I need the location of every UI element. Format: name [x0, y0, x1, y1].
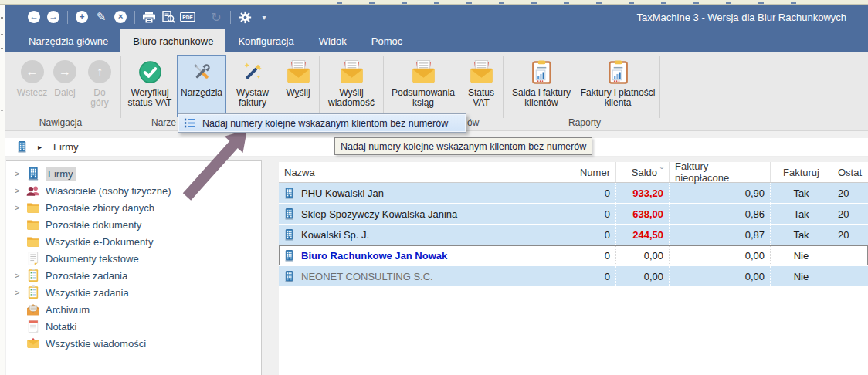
tree-item-dokumenty-tekstowe[interactable]: Dokumenty tekstowe	[6, 250, 261, 267]
faktury-i-platnosci-button[interactable]: Faktury i płatności klienta	[578, 55, 658, 117]
group-label-nawigacja: Nawigacja	[5, 117, 116, 128]
svg-text:PDF: PDF	[182, 15, 192, 20]
do-gory-button[interactable]: ↑ Do góry	[80, 55, 119, 117]
forward-button[interactable]: →	[46, 9, 61, 25]
client-unpaid: 0,00	[670, 245, 771, 265]
client-name: PHU Kowalski Jan	[301, 188, 384, 199]
edit-button[interactable]: ✎	[93, 9, 109, 25]
tab-pomoc[interactable]: Pomoc	[359, 29, 415, 52]
client-last: 20	[832, 183, 868, 203]
settings-button[interactable]	[237, 9, 253, 25]
annotation-arrow	[179, 125, 256, 202]
wstecz-button[interactable]: ← Wstecz	[15, 55, 49, 117]
background-window-edge	[0, 5, 5, 375]
tree-item-label: Wszystkie wiadomości	[46, 338, 146, 350]
more-commands-button[interactable]: ▾	[256, 9, 272, 25]
clipboard-chart-icon	[606, 60, 630, 84]
expander-icon[interactable]: >	[15, 288, 26, 297]
client-unpaid: 0,87	[670, 225, 771, 245]
building-icon	[283, 271, 295, 282]
notes-icon	[26, 319, 40, 333]
wystaw-faktury-button[interactable]: Wystaw faktury	[226, 55, 279, 117]
printer-icon	[142, 12, 156, 23]
salda-i-faktury-button[interactable]: Salda i faktury klientów	[505, 55, 578, 117]
tree-item-wszystkie-edokumenty[interactable]: Wszystkie e-Dokumenty	[6, 233, 261, 250]
table-row-selected[interactable]: Biuro Rachunkowe Jan Nowak 0 0,00 0,00 N…	[279, 245, 868, 265]
client-last: 20	[832, 204, 868, 224]
expander-icon[interactable]: >	[15, 186, 26, 195]
client-last: 20	[832, 225, 868, 245]
table-row[interactable]: NEONET CONSULTING S.C. 0 0,00 0,00 Nie	[279, 266, 868, 286]
panel-splitter[interactable]	[262, 162, 279, 375]
building-icon	[283, 250, 295, 262]
building-icon	[26, 167, 40, 181]
tree-item-wszystkie-zadania[interactable]: > Wszystkie zadania	[6, 284, 261, 301]
client-unpaid: 0,90	[670, 183, 771, 203]
tasks-clipboard-icon	[26, 285, 40, 299]
building-icon	[283, 208, 295, 220]
building-icon	[283, 229, 295, 241]
refresh-button[interactable]: ↻	[209, 9, 224, 25]
tooltip: Nadaj numery kolejne wskazanym klientom …	[334, 137, 592, 155]
podsumowania-ksiag-button[interactable]: Podsumowania ksiąg	[385, 55, 461, 117]
narzedzia-menu-button[interactable]: Narzędzia ˇ	[177, 55, 226, 117]
refresh-icon: ↻	[211, 10, 221, 25]
tree-item-pozostale-zadania[interactable]: > Pozostałe zadania	[6, 267, 261, 284]
page-magnifier-icon	[161, 11, 175, 23]
people-icon	[26, 184, 40, 198]
chevron-down-icon: ▾	[262, 13, 266, 22]
column-header-ostatnia[interactable]: Ostat	[832, 162, 868, 182]
title-bar: ← → + ✎ × PDF	[5, 5, 868, 29]
column-header-saldo[interactable]: Saldoˇ	[616, 162, 670, 182]
menu-item-nadaj-numery[interactable]: Nadaj numery kolejne wskazanym klientom …	[179, 115, 465, 131]
client-name: Sklep Spożywczy Kowalska Janina	[301, 208, 457, 220]
tree-item-label: Archiwum	[46, 304, 90, 316]
column-header-faktury-nieoplacone[interactable]: Faktury nieopłacone	[670, 162, 771, 182]
weryfikuj-status-vat-button[interactable]: Weryfikuj status VAT	[123, 55, 177, 117]
expander-icon[interactable]: >	[15, 203, 26, 212]
tree-item-wszystkie-wiadomosci[interactable]: Wszystkie wiadomości	[6, 335, 261, 352]
dalej-button[interactable]: → Dalej	[49, 55, 80, 117]
expander-icon[interactable]: >	[15, 271, 26, 280]
plus-icon: +	[76, 11, 88, 23]
breadcrumb-expand-icon[interactable]: ▸	[38, 143, 42, 151]
print-preview-button[interactable]	[161, 9, 176, 25]
arrow-up-icon: ↑	[88, 60, 111, 83]
clipboard-chart-icon	[530, 60, 554, 84]
column-header-nazwa[interactable]: Nazwa	[279, 162, 585, 182]
tree-item-pozostale-dokumenty[interactable]: Pozostałe dokumenty	[6, 216, 261, 233]
quick-access-toolbar: ← → + ✎ × PDF	[26, 9, 272, 25]
wyslij-button[interactable]: Wyślij ˇ	[279, 55, 317, 117]
status-vat-button[interactable]: Status VAT	[461, 55, 501, 117]
narzedzia-dropdown-menu: Nadaj numery kolejne wskazanym klientom …	[178, 113, 466, 133]
numbered-list-icon	[184, 117, 195, 129]
tree-item-archiwum[interactable]: Archiwum	[6, 301, 261, 318]
sort-descending-icon: ˇ	[660, 167, 663, 177]
export-pdf-button[interactable]: PDF	[180, 9, 195, 25]
tab-biuro-rachunkowe[interactable]: Biuro rachunkowe	[120, 29, 225, 52]
tab-narzedzia-glowne[interactable]: Narzędzia główne	[16, 29, 120, 52]
expander-icon[interactable]: >	[15, 169, 26, 178]
column-header-fakturuj[interactable]: Fakturuj	[771, 162, 832, 182]
column-header-numer[interactable]: Numer	[585, 162, 616, 182]
envelope-icon	[412, 60, 436, 84]
table-row[interactable]: Kowalski Sp. J. 0 244,50 0,87 Tak 20	[279, 225, 868, 245]
table-row[interactable]: PHU Kowalski Jan 0 933,20 0,90 Tak 20	[279, 183, 868, 203]
breadcrumb-item-firmy[interactable]: Firmy	[53, 141, 79, 153]
wyslij-wiadomosc-button[interactable]: Wyślij wiadomość	[321, 55, 381, 117]
archive-envelope-icon	[26, 302, 40, 316]
client-number: 0	[585, 204, 616, 224]
back-button[interactable]: ←	[26, 9, 42, 25]
tab-widok[interactable]: Widok	[307, 29, 359, 52]
tree-item-label: Dokumenty tekstowe	[46, 253, 139, 265]
delete-button[interactable]: ×	[113, 9, 128, 25]
table-row[interactable]: Sklep Spożywczy Kowalska Janina 0 638,00…	[279, 204, 868, 224]
client-name: Biuro Rachunkowe Jan Nowak	[301, 250, 447, 262]
envelope-icon	[26, 336, 40, 350]
tree-item-notatki[interactable]: Notatki	[6, 318, 261, 335]
tasks-clipboard-icon	[26, 269, 40, 282]
print-button[interactable]	[141, 9, 157, 25]
wrench-screwdriver-icon	[190, 60, 214, 84]
tab-konfiguracja[interactable]: Konfiguracja	[225, 29, 306, 52]
add-button[interactable]: +	[74, 9, 90, 25]
